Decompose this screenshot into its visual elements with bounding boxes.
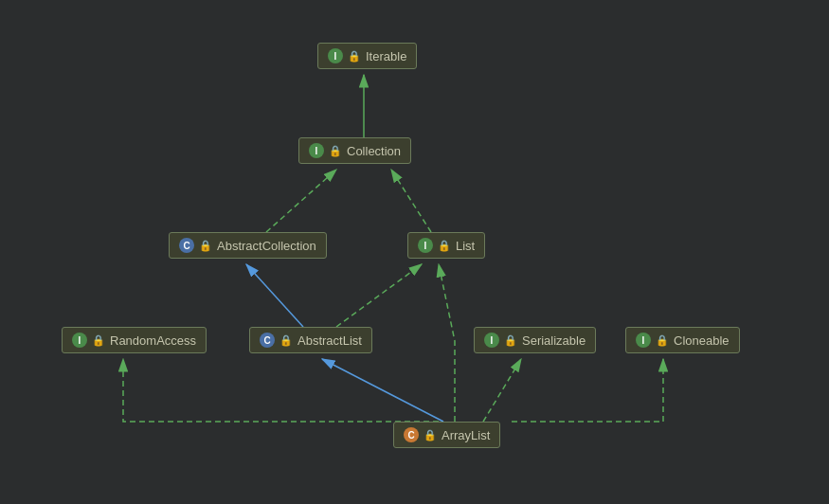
- svg-line-5: [391, 170, 431, 232]
- label-list: List: [456, 239, 475, 253]
- node-collection[interactable]: I 🔒 Collection: [298, 137, 411, 164]
- icon-cloneable: I: [636, 333, 651, 348]
- label-serializable: Serializable: [522, 333, 586, 348]
- node-cloneable[interactable]: I 🔒 Cloneable: [625, 327, 740, 353]
- label-arraylist: ArrayList: [442, 428, 490, 442]
- icon-collection: I: [309, 143, 324, 158]
- svg-line-9: [483, 359, 521, 422]
- svg-line-6: [246, 264, 303, 327]
- label-iterable: Iterable: [366, 49, 406, 63]
- node-abstractcollection[interactable]: C 🔒 AbstractCollection: [169, 232, 327, 259]
- node-list[interactable]: I 🔒 List: [407, 232, 485, 259]
- svg-line-7: [336, 264, 422, 327]
- svg-line-4: [266, 170, 336, 232]
- label-randomaccess: RandomAccess: [110, 333, 196, 348]
- node-serializable[interactable]: I 🔒 Serializable: [474, 327, 596, 353]
- lock-serializable: 🔒: [504, 334, 517, 347]
- icon-iterable: I: [328, 48, 343, 63]
- icon-abstractcollection: C: [179, 238, 194, 253]
- label-cloneable: Cloneable: [674, 333, 730, 348]
- icon-randomaccess: I: [72, 333, 87, 348]
- lock-cloneable: 🔒: [656, 334, 669, 347]
- diagram-container: I 🔒 Iterable I 🔒 Collection C 🔒 Abstract…: [0, 0, 829, 504]
- lock-list: 🔒: [438, 240, 451, 252]
- icon-serializable: I: [484, 333, 499, 348]
- label-abstractlist: AbstractList: [297, 333, 362, 348]
- svg-line-8: [322, 359, 443, 422]
- label-abstractcollection: AbstractCollection: [217, 239, 316, 253]
- lock-abstractcollection: 🔒: [199, 240, 212, 252]
- lock-abstractlist: 🔒: [279, 334, 293, 347]
- lock-randomaccess: 🔒: [92, 334, 105, 347]
- node-iterable[interactable]: I 🔒 Iterable: [317, 43, 417, 69]
- node-randomaccess[interactable]: I 🔒 RandomAccess: [62, 327, 207, 353]
- lock-arraylist: 🔒: [424, 429, 437, 441]
- lock-iterable: 🔒: [348, 50, 361, 63]
- icon-arraylist: C: [404, 427, 419, 442]
- node-abstractlist[interactable]: C 🔒 AbstractList: [249, 327, 372, 353]
- lock-collection: 🔒: [329, 145, 342, 157]
- icon-list: I: [418, 238, 433, 253]
- icon-abstractlist: C: [260, 333, 275, 348]
- node-arraylist[interactable]: C 🔒 ArrayList: [393, 422, 500, 448]
- label-collection: Collection: [347, 144, 401, 158]
